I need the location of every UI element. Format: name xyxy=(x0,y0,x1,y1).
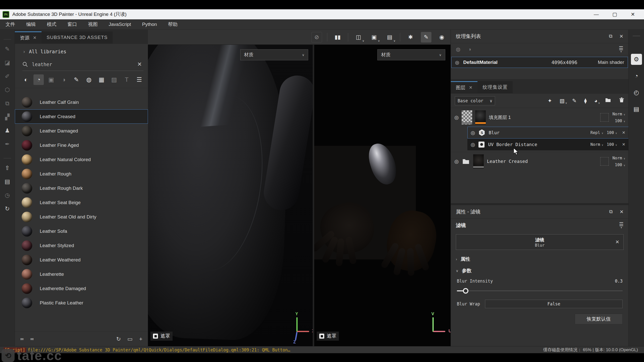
reset-defaults-button[interactable]: 恢复默认值 xyxy=(575,314,623,324)
resources-updates-icon[interactable]: ◷ xyxy=(2,190,12,201)
camera-mode-icon[interactable]: ▤∨ xyxy=(384,32,395,42)
material-item-leather-stylized[interactable]: Leather Stylized xyxy=(15,238,148,253)
blur-wrap-toggle-button[interactable]: False xyxy=(485,300,623,308)
material-item-leather-seat-beige[interactable]: Leather Seat Beige xyxy=(15,195,148,210)
smudge-tool-icon[interactable]: ⧉ xyxy=(2,98,12,109)
tab-close-icon[interactable]: ✕ xyxy=(469,85,472,90)
import-resources-icon[interactable]: ≔ xyxy=(20,336,24,342)
projection-mode-icon[interactable]: ◫∨ xyxy=(353,32,364,42)
blur-intensity-slider[interactable] xyxy=(457,288,623,294)
filter-smart-materials-icon[interactable]: ▦ xyxy=(96,74,107,85)
parameters-collapse-row[interactable]: ∨ 参数 xyxy=(451,265,629,277)
opacity-dropdown[interactable]: 100∨ xyxy=(615,162,625,167)
search-clear-icon[interactable]: ✕ xyxy=(136,61,143,68)
delete-layer-icon[interactable]: ∨ xyxy=(619,97,625,104)
blend-mode-dropdown[interactable]: Norm∨ xyxy=(612,156,625,160)
menu-view[interactable]: 视图 xyxy=(88,21,98,28)
maximize-button[interactable]: ▢ xyxy=(612,11,617,17)
layer-row-group[interactable]: ◎ Leather Creased Norm∨ 100∨ xyxy=(451,152,629,170)
filter-smart-masks-icon[interactable]: ▨ xyxy=(109,74,119,85)
pause-engine-icon[interactable]: ▮▮∨ xyxy=(332,32,343,42)
menu-javascript[interactable]: JavaScript xyxy=(109,22,131,27)
filter-alphas-icon[interactable]: ▣ xyxy=(46,74,56,85)
menu-edit[interactable]: 编辑 xyxy=(26,21,36,28)
menu-help[interactable]: 帮助 xyxy=(168,21,178,28)
material-item-leather-damaged[interactable]: Leather Damaged xyxy=(15,124,148,138)
slider-track[interactable] xyxy=(457,291,623,291)
material-item-leatherette[interactable]: Leatherette xyxy=(15,267,148,281)
viewport-2d-uv[interactable]: 材质 ∨ 遮罩 V U xyxy=(314,45,451,346)
filter-fonts-icon[interactable]: T xyxy=(122,74,132,85)
paint-mode-icon[interactable]: ✎∨ xyxy=(421,32,431,42)
slider-handle[interactable] xyxy=(463,288,468,294)
opacity-dropdown[interactable]: 100∨ xyxy=(607,142,617,147)
add-smart-material-icon[interactable]: ▧∨ xyxy=(559,98,565,104)
add-smart-mask-icon[interactable]: ◕∨ xyxy=(594,98,597,104)
tab-assets[interactable]: 资源 ✕ xyxy=(15,31,42,43)
menu-file[interactable]: 文件 xyxy=(6,21,15,28)
opacity-dropdown[interactable]: 100∨ xyxy=(615,118,625,123)
tab-close-icon[interactable]: ✕ xyxy=(33,35,36,40)
blend-mode-dropdown[interactable]: Norm∨ xyxy=(612,112,625,116)
texture-set-visibility-icon[interactable]: ◍ xyxy=(456,46,460,52)
material-stamp-tool-icon[interactable]: ♟ xyxy=(2,125,12,136)
close-panel-icon[interactable]: ✕ xyxy=(619,33,623,39)
texture-set-info-icon[interactable]: ◑ xyxy=(468,46,471,52)
filter-particles-icon[interactable]: ◍ xyxy=(84,74,94,85)
eye-visibility-icon[interactable]: ◎ xyxy=(455,60,459,65)
blur-intensity-value[interactable]: 0.3 xyxy=(615,279,623,284)
effect-row-uv-border-distance[interactable]: ◎ UV Border Distance Norm∨ 100∨ ✕ xyxy=(467,139,629,150)
remove-effect-icon[interactable]: ✕ xyxy=(622,142,625,147)
opacity-dropdown[interactable]: 100∨ xyxy=(607,130,617,135)
polygon-fill-tool-icon[interactable]: ⬡ xyxy=(2,84,12,95)
filter-resource-slot[interactable]: 滤镜 Blur ✕ xyxy=(456,234,624,250)
filter-brushes-icon[interactable]: ✎ xyxy=(71,74,82,85)
layer-row-fill[interactable]: ◎ 填充图层 1 Norm∨ 100∨ xyxy=(451,108,629,127)
perspective-mode-icon[interactable]: ▣∨ xyxy=(369,32,379,42)
eye-visibility-icon[interactable]: ◎ xyxy=(471,142,475,148)
sync-icon[interactable]: ↻ xyxy=(2,203,12,214)
clear-filter-icon[interactable]: ✕ xyxy=(615,239,619,245)
material-picker-tool-icon[interactable]: ✒ xyxy=(2,139,12,150)
close-button[interactable]: ✕ xyxy=(631,11,635,17)
mask-toggle-2d[interactable]: 遮罩 xyxy=(317,332,339,341)
symmetry-off-icon[interactable]: ⊘∨ xyxy=(311,32,322,42)
screenshot-camera-icon[interactable]: ◉∨ xyxy=(436,32,447,42)
paint-tool-icon[interactable]: ✎ xyxy=(2,43,12,55)
add-fill-layer-icon[interactable]: ⧫∨ xyxy=(584,98,587,104)
blend-mode-dropdown[interactable]: Norm∨ xyxy=(590,142,603,147)
material-item-leather-creased[interactable]: Leather Creased xyxy=(15,109,148,124)
viewport-3d[interactable]: 材质 ∨ 遮罩 Y X Z xyxy=(148,45,313,346)
asset-search-bar[interactable]: leather ✕ xyxy=(22,58,143,71)
tab-substance-3d-assets[interactable]: SUBSTANCE 3D ASSETS xyxy=(42,31,113,43)
panel-menu-icon[interactable]: ☰∨ xyxy=(619,46,623,53)
material-item-leather-calf-grain[interactable]: Leather Calf Grain xyxy=(15,95,148,109)
log-icon[interactable]: ▤ xyxy=(631,104,642,115)
filter-list-view-icon[interactable]: ☰ xyxy=(134,74,144,85)
add-resource-icon[interactable]: + xyxy=(139,336,142,342)
clone-tool-icon[interactable]: ▞ xyxy=(2,111,12,122)
close-panel-icon[interactable]: ✕ xyxy=(620,209,624,215)
menu-mode[interactable]: 模式 xyxy=(47,21,56,28)
channel-filter-dropdown[interactable]: Base color ∨ xyxy=(455,96,495,105)
material-item-leather-rough[interactable]: Leather Rough xyxy=(15,167,148,181)
eye-visibility-icon[interactable]: ◎ xyxy=(454,114,459,120)
add-folder-icon[interactable]: ∨ xyxy=(605,97,611,104)
tab-layers[interactable]: 图层 ✕ xyxy=(451,81,477,93)
material-item-leather-sofa[interactable]: Leather Sofa xyxy=(15,224,148,238)
add-effect-icon[interactable]: ✦∨ xyxy=(548,98,552,104)
texture-set-row[interactable]: ◎ DefaultMaterial 4096x4096 Main shader xyxy=(451,57,628,68)
search-input[interactable]: leather xyxy=(32,62,136,67)
export-textures-icon[interactable]: ⇧ xyxy=(2,162,12,173)
eraser-tool-icon[interactable]: ◪ xyxy=(2,57,12,68)
physics-particles-icon[interactable]: ✱∨ xyxy=(405,32,416,42)
effect-row-blur[interactable]: ◎ S Blur Repl∨ 100∨ ✕ xyxy=(467,127,629,139)
material-item-leather-seat-old-and-dirty[interactable]: Leather Seat Old and Dirty xyxy=(15,210,148,224)
add-paint-layer-icon[interactable]: ✎∨ xyxy=(572,98,577,104)
filter-materials-icon[interactable]: ◔ xyxy=(33,74,44,85)
display-channel-dropdown-2d[interactable]: 材质 ∨ xyxy=(377,49,445,60)
open-folder-icon[interactable]: ▭ xyxy=(127,336,133,342)
refresh-library-icon[interactable]: ↻ xyxy=(116,336,121,342)
assets-library-icon[interactable]: ▤ xyxy=(2,176,12,187)
eye-visibility-icon[interactable]: ◎ xyxy=(454,158,459,164)
